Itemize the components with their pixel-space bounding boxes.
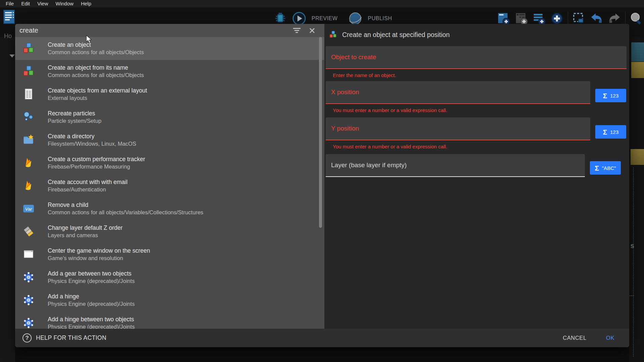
layers-icon [23,225,35,238]
list-scrollbar[interactable] [319,37,322,228]
action-category: External layouts [48,95,147,101]
background-text-fragment: s [631,242,634,250]
action-title: Create an object [48,41,144,48]
action-config-pane: Create an object at specified position O… [324,24,629,329]
preview-play-icon[interactable] [292,11,306,26]
firebase-flame-icon [23,157,35,169]
action-category: Physics Engine (deprecated)/Joints [48,278,135,284]
menu-window[interactable]: Window [52,0,77,7]
redo-icon[interactable] [607,11,621,26]
field-error-text: Enter the name of an object. [333,72,627,78]
add-comment-icon[interactable] [514,11,528,26]
instruction-editor-dialog: create ✕ Create an object Common actions… [15,24,629,347]
action-list-item[interactable]: Change layer default Z order Layers and … [15,220,324,243]
sigma-icon: Σ [603,129,607,136]
action-title: Create a custom performance tracker [48,156,145,162]
menu-bar: File Edit View Window Help [0,0,644,7]
objects-cubes-icon [23,42,35,55]
background-teal-block [631,42,644,62]
mouse-cursor [86,35,93,44]
action-list-item[interactable]: Center the game window on the screen Gam… [15,243,324,266]
action-list-item[interactable]: Create an object from its name Common ac… [15,60,324,83]
menu-help[interactable]: Help [77,0,95,7]
add-icon[interactable] [550,11,564,26]
action-list-item[interactable]: Create a directory Filesystem/Windows, L… [15,129,324,151]
sigma-icon: Σ [603,92,607,99]
firebase-flame-icon [23,180,35,192]
background-right-strip: s d... [629,37,644,362]
objects-cubes-icon [328,31,338,39]
action-title: Center the game window on the screen [48,247,150,254]
help-question-icon: ? [23,333,32,342]
action-category: Particle system/Setup [48,118,102,124]
action-results-list: Create an object Common actions for all … [15,37,324,329]
action-title: Create objects from an external layout [48,87,147,94]
action-category: Common actions for all objects/Objects [48,72,144,78]
field-error-text: You must enter a number or a valid expre… [333,144,627,150]
home-tab-fragment: Ho [4,33,12,40]
action-list-item[interactable]: Remove a child Common actions for all ob… [15,197,324,220]
background-gold-block [631,62,644,78]
search-header: create ✕ [15,24,324,37]
publish-button[interactable]: PUBLISH [368,15,392,22]
menu-file[interactable]: File [2,0,17,7]
action-list-item[interactable]: Add a gear between two objects Physics E… [15,266,324,289]
toolbar-divider [625,11,626,26]
action-category: Physics Engine (deprecated)/Joints [48,301,135,307]
action-list-item[interactable]: Create objects from an external layout E… [15,83,324,106]
action-list-item[interactable]: Create an object Common actions for all … [15,37,324,60]
text-field[interactable]: X position [326,81,590,104]
dialog-footer: ? HELP FOR THIS ACTION CANCEL OK [15,329,629,347]
action-category: Layers and cameras [48,232,123,239]
objects-cubes-icon [23,65,35,77]
background-left-strip [0,37,15,362]
expression-editor-button[interactable]: Σ "ABC" [590,161,621,175]
add-object-icon[interactable] [496,11,511,26]
text-field[interactable]: Object to create [326,46,627,69]
sigma-icon: Σ [595,165,599,172]
menu-edit[interactable]: Edit [17,0,34,7]
action-title: Change layer default Z order [48,224,123,231]
action-list-item[interactable]: Add a hinge between two objects Physics … [15,312,324,329]
background-gold-block [631,149,644,165]
undo-icon[interactable] [590,11,604,26]
text-field[interactable]: Y position [326,117,590,140]
project-manager-icon[interactable] [3,9,15,24]
preview-button[interactable]: PREVIEW [312,15,337,22]
cancel-button[interactable]: CANCEL [561,334,589,341]
action-title: Add a hinge [48,293,135,300]
game-window-icon [23,248,35,260]
action-title: Remove a child [48,202,203,208]
ok-button[interactable]: OK [604,334,616,341]
debug-bug-icon[interactable] [273,11,287,26]
help-for-action-button[interactable]: ? HELP FOR THIS ACTION [23,333,107,342]
menu-view[interactable]: View [34,0,52,7]
action-title: Add a gear between two objects [48,270,135,277]
action-category: Common actions for all objects/Objects [48,49,144,56]
background-dashed-guide [633,168,634,357]
field-label: X position [331,88,359,96]
publish-globe-icon[interactable] [348,11,362,26]
add-event-icon[interactable] [532,11,546,26]
action-list-item[interactable]: Add a hinge Physics Engine (deprecated)/… [15,289,324,312]
expression-editor-button[interactable]: Σ 123 [595,89,626,102]
text-field[interactable]: Layer (base layer if empty) [326,154,585,177]
search-magnifier-icon[interactable] [629,11,643,26]
toolbar-divider [568,11,568,26]
particles-icon [23,111,35,123]
expression-editor-button[interactable]: Σ 123 [595,125,626,139]
panel-title: Create an object at specified position [342,31,450,39]
chevron-down-icon[interactable] [9,55,15,58]
action-list-item[interactable]: Create a custom performance tracker Fire… [15,151,324,174]
search-input[interactable]: create [15,27,293,34]
close-icon[interactable]: ✕ [309,27,316,34]
action-list-pane: create ✕ Create an object Common actions… [15,24,324,329]
filter-icon[interactable] [293,28,300,33]
action-category: Firebase/Authentication [48,186,127,193]
select-marquee-icon[interactable] [572,11,586,26]
action-list-item[interactable]: Recreate particles Particle system/Setup [15,106,324,129]
action-title: Create a directory [48,133,136,140]
action-title: Add a hinge between two objects [48,316,135,323]
folder-star-icon [23,134,35,146]
action-list-item[interactable]: Create account with with email Firebase/… [15,174,324,197]
